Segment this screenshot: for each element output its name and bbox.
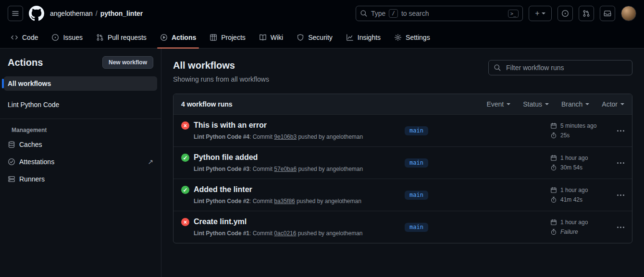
tab-settings[interactable]: Settings xyxy=(387,27,437,48)
pull-requests-dashboard-button[interactable] xyxy=(579,6,594,21)
tab-security[interactable]: Security xyxy=(290,27,339,48)
workflow-run-row[interactable]: ✓ Added the linter Lint Python Code #2: … xyxy=(173,179,632,211)
run-meta: Lint Python Code #3: Commit 57e0ba6 push… xyxy=(194,166,363,172)
commit-link[interactable]: 0ac0216 xyxy=(274,230,296,237)
run-time: 1 hour ago xyxy=(560,155,588,161)
create-new-button[interactable]: + xyxy=(529,6,552,21)
branch-badge[interactable]: main xyxy=(405,223,428,232)
workflow-run-row[interactable]: × This is with an error Lint Python Code… xyxy=(173,114,632,146)
commit-link[interactable]: 57e0ba6 xyxy=(274,166,297,172)
breadcrumb-owner[interactable]: angelotheman xyxy=(50,10,93,17)
commit-link[interactable]: 9e106b3 xyxy=(274,133,297,140)
workflow-run-row[interactable]: × Create lint.yml Lint Python Code #1: C… xyxy=(173,211,632,243)
git-pull-request-icon xyxy=(582,10,590,17)
breadcrumb-repo[interactable]: python_linter xyxy=(100,10,143,17)
sidebar-item-caches[interactable]: Caches xyxy=(4,137,157,152)
calendar-icon xyxy=(550,155,557,161)
issue-opened-icon xyxy=(561,10,569,17)
run-time: 1 hour ago xyxy=(560,219,588,226)
cache-database-icon xyxy=(8,141,15,148)
global-header: angelotheman / python_linter Type / to s… xyxy=(0,0,644,27)
avatar[interactable] xyxy=(621,6,636,21)
filter-input[interactable] xyxy=(505,63,627,72)
run-time: 5 minutes ago xyxy=(560,122,596,129)
run-times: 1 hour ago 30m 54s xyxy=(550,155,608,171)
plus-icon: + xyxy=(535,10,539,17)
run-times: 5 minutes ago 25s xyxy=(550,122,608,139)
event-filter-dropdown[interactable]: Event xyxy=(486,100,510,108)
run-status-icon: ✓ xyxy=(181,186,189,194)
management-list: Caches Attestations ↗ Runners xyxy=(4,137,157,186)
run-duration: 41m 42s xyxy=(560,196,582,203)
status-filter-dropdown[interactable]: Status xyxy=(523,100,549,108)
actions-sidebar: Actions New workflow All workflows Lint … xyxy=(0,48,161,277)
run-status-icon: ✓ xyxy=(181,154,189,162)
workflow-runs-panel: 4 workflow runs Event Status Branch Acto… xyxy=(173,94,632,243)
breadcrumb-separator: / xyxy=(96,10,98,17)
tab-code[interactable]: Code xyxy=(4,27,45,48)
verified-check-icon xyxy=(8,158,15,166)
sidebar-item-lint-python-code[interactable]: Lint Python Code xyxy=(4,97,157,112)
repo-nav-tabs: Code Issues Pull requests Actions Projec… xyxy=(0,27,644,48)
inbox-icon xyxy=(604,10,611,17)
branch-filter-dropdown[interactable]: Branch xyxy=(561,100,589,108)
run-meta: Lint Python Code #2: Commit ba35f86 push… xyxy=(194,198,361,205)
tab-projects[interactable]: Projects xyxy=(203,27,252,48)
new-workflow-button[interactable]: New workflow xyxy=(102,56,153,69)
runs-panel-header: 4 workflow runs Event Status Branch Acto… xyxy=(173,94,632,114)
run-title-link[interactable]: Python file added xyxy=(194,153,363,162)
search-icon xyxy=(494,64,501,72)
workflow-run-row[interactable]: ✓ Python file added Lint Python Code #3:… xyxy=(173,146,632,179)
tab-pull-requests[interactable]: Pull requests xyxy=(89,27,153,48)
sidebar-item-all-workflows[interactable]: All workflows xyxy=(4,76,157,91)
run-options-kebab-icon[interactable] xyxy=(608,224,624,231)
runs-count: 4 workflow runs xyxy=(181,100,233,108)
tab-issues[interactable]: Issues xyxy=(45,27,89,48)
sidebar-item-attestations[interactable]: Attestations ↗ xyxy=(4,155,157,169)
page-body: Actions New workflow All workflows Lint … xyxy=(0,48,644,277)
external-link-icon: ↗ xyxy=(148,158,153,166)
run-duration: 30m 54s xyxy=(560,164,582,171)
search-placeholder-suffix: to search xyxy=(401,10,429,17)
graph-icon xyxy=(346,34,354,41)
actor-filter-dropdown[interactable]: Actor xyxy=(602,100,624,108)
run-duration: Failure xyxy=(560,229,578,235)
commit-link[interactable]: ba35f86 xyxy=(274,198,295,205)
run-title-link[interactable]: This is with an error xyxy=(194,121,363,130)
branch-badge[interactable]: main xyxy=(405,158,428,168)
github-actions-page: angelotheman / python_linter Type / to s… xyxy=(0,0,644,277)
issues-dashboard-button[interactable] xyxy=(557,6,573,21)
tab-insights[interactable]: Insights xyxy=(339,27,387,48)
run-times: 1 hour ago 41m 42s xyxy=(550,187,608,203)
git-pull-request-icon xyxy=(96,34,104,41)
hamburger-menu-button[interactable] xyxy=(8,6,23,21)
branch-badge[interactable]: main xyxy=(405,191,428,200)
stopwatch-icon xyxy=(550,132,557,139)
run-times: 1 hour ago Failure xyxy=(550,219,608,235)
chevron-down-icon xyxy=(620,103,624,107)
global-search-input[interactable]: Type / to search >_ xyxy=(356,6,523,21)
run-options-kebab-icon[interactable] xyxy=(608,127,624,134)
search-placeholder-prefix: Type xyxy=(371,10,385,17)
run-options-kebab-icon[interactable] xyxy=(608,192,624,199)
chevron-down-icon xyxy=(542,12,545,16)
management-section-title: Management xyxy=(8,119,153,137)
github-logo[interactable] xyxy=(29,6,44,21)
command-palette-icon[interactable]: >_ xyxy=(508,10,519,18)
notifications-inbox-button[interactable] xyxy=(600,6,615,21)
run-meta: Lint Python Code #1: Commit 0ac0216 push… xyxy=(194,230,363,237)
book-icon xyxy=(259,34,267,41)
sidebar-item-runners[interactable]: Runners xyxy=(4,172,157,186)
tab-actions[interactable]: Actions xyxy=(153,27,203,48)
stopwatch-icon xyxy=(550,164,557,171)
branch-badge[interactable]: main xyxy=(405,126,428,135)
stopwatch-icon xyxy=(550,196,557,203)
tab-wiki[interactable]: Wiki xyxy=(252,27,290,48)
run-status-icon: × xyxy=(181,121,189,130)
issue-opened-icon xyxy=(51,34,59,41)
run-title-link[interactable]: Added the linter xyxy=(194,185,361,194)
run-title-link[interactable]: Create lint.yml xyxy=(194,217,363,226)
run-options-kebab-icon[interactable] xyxy=(608,159,624,167)
runners-server-icon xyxy=(8,175,15,183)
calendar-icon xyxy=(550,219,557,226)
